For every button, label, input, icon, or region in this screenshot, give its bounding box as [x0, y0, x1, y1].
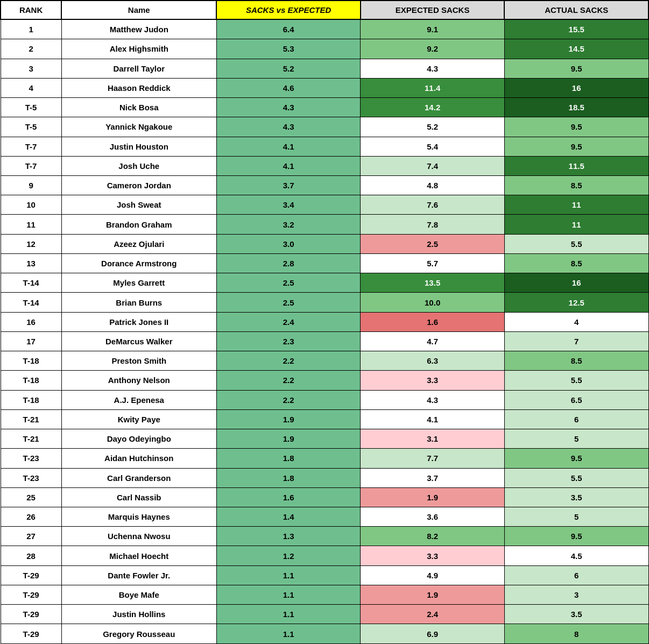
table-row: T-18Preston Smith2.26.38.5: [1, 351, 648, 371]
cell-actual-sacks: 5: [504, 507, 648, 526]
cell-name: Patrick Jones II: [61, 312, 216, 331]
header-name: Name: [61, 1, 216, 19]
cell-name: Justin Houston: [61, 137, 216, 156]
table-row: 13Dorance Armstrong2.85.78.5: [1, 253, 648, 273]
cell-sacks-vs-expected: 1.3: [216, 527, 361, 546]
cell-actual-sacks: 7: [504, 331, 648, 351]
cell-rank: T-29: [1, 585, 61, 604]
cell-expected-sacks: 14.2: [361, 98, 505, 117]
cell-expected-sacks: 3.3: [361, 371, 505, 390]
cell-rank: T-18: [1, 351, 61, 371]
cell-actual-sacks: 9.5: [504, 59, 648, 78]
cell-actual-sacks: 4.5: [504, 546, 648, 565]
cell-name: Darrell Taylor: [61, 59, 216, 78]
cell-actual-sacks: 8: [504, 624, 648, 644]
cell-rank: 16: [1, 312, 61, 331]
cell-name: Dayo Odeyingbo: [61, 429, 216, 449]
cell-name: Gregory Rousseau: [61, 624, 216, 644]
cell-expected-sacks: 7.7: [361, 449, 505, 468]
cell-sacks-vs-expected: 2.2: [216, 390, 361, 409]
cell-expected-sacks: 7.6: [361, 195, 505, 215]
cell-sacks-vs-expected: 4.1: [216, 156, 361, 175]
cell-actual-sacks: 5.5: [504, 371, 648, 390]
cell-actual-sacks: 9.5: [504, 117, 648, 137]
cell-rank: 25: [1, 487, 61, 507]
table-row: 10Josh Sweat3.47.611: [1, 195, 648, 215]
table-row: 11Brandon Graham3.27.811: [1, 215, 648, 234]
cell-name: Azeez Ojulari: [61, 234, 216, 253]
table-row: T-21Dayo Odeyingbo1.93.15: [1, 429, 648, 449]
cell-expected-sacks: 6.9: [361, 624, 505, 644]
cell-rank: 12: [1, 234, 61, 253]
cell-sacks-vs-expected: 2.4: [216, 312, 361, 331]
cell-expected-sacks: 9.1: [361, 19, 505, 39]
cell-rank: T-5: [1, 117, 61, 137]
cell-name: Myles Garrett: [61, 273, 216, 293]
cell-expected-sacks: 3.1: [361, 429, 505, 449]
cell-expected-sacks: 2.4: [361, 605, 505, 624]
cell-name: Uchenna Nwosu: [61, 527, 216, 546]
cell-name: Haason Reddick: [61, 78, 216, 97]
cell-expected-sacks: 5.7: [361, 253, 505, 273]
cell-expected-sacks: 5.4: [361, 137, 505, 156]
table-row: 17DeMarcus Walker2.34.77: [1, 331, 648, 351]
table-row: 4Haason Reddick4.611.416: [1, 78, 648, 97]
cell-name: Dorance Armstrong: [61, 253, 216, 273]
cell-sacks-vs-expected: 1.2: [216, 546, 361, 565]
cell-rank: T-18: [1, 390, 61, 409]
cell-sacks-vs-expected: 1.8: [216, 449, 361, 468]
cell-expected-sacks: 6.3: [361, 351, 505, 371]
cell-sacks-vs-expected: 2.8: [216, 253, 361, 273]
cell-expected-sacks: 1.9: [361, 585, 505, 604]
cell-name: Cameron Jordan: [61, 175, 216, 195]
cell-expected-sacks: 1.9: [361, 487, 505, 507]
cell-actual-sacks: 4: [504, 312, 648, 331]
cell-expected-sacks: 3.7: [361, 468, 505, 487]
cell-rank: T-29: [1, 565, 61, 585]
cell-actual-sacks: 6: [504, 565, 648, 585]
cell-expected-sacks: 3.3: [361, 546, 505, 565]
cell-expected-sacks: 4.3: [361, 390, 505, 409]
cell-actual-sacks: 8.5: [504, 175, 648, 195]
cell-actual-sacks: 6.5: [504, 390, 648, 409]
cell-name: Anthony Nelson: [61, 371, 216, 390]
cell-rank: T-23: [1, 468, 61, 487]
table-row: 12Azeez Ojulari3.02.55.5: [1, 234, 648, 253]
cell-rank: T-21: [1, 429, 61, 449]
header-actual-sacks: ACTUAL SACKS: [504, 1, 648, 19]
cell-actual-sacks: 11: [504, 215, 648, 234]
cell-expected-sacks: 2.5: [361, 234, 505, 253]
table-row: T-7Justin Houston4.15.49.5: [1, 137, 648, 156]
cell-actual-sacks: 3.5: [504, 487, 648, 507]
cell-name: Aidan Hutchinson: [61, 449, 216, 468]
cell-expected-sacks: 13.5: [361, 273, 505, 293]
table-row: T-29Boye Mafe1.11.93: [1, 585, 648, 604]
cell-rank: 4: [1, 78, 61, 97]
cell-actual-sacks: 9.5: [504, 449, 648, 468]
cell-name: Matthew Judon: [61, 19, 216, 39]
cell-sacks-vs-expected: 2.2: [216, 351, 361, 371]
cell-sacks-vs-expected: 3.7: [216, 175, 361, 195]
cell-sacks-vs-expected: 1.6: [216, 487, 361, 507]
cell-rank: T-14: [1, 293, 61, 312]
cell-actual-sacks: 12.5: [504, 293, 648, 312]
table-row: T-5Nick Bosa4.314.218.5: [1, 98, 648, 117]
cell-sacks-vs-expected: 1.9: [216, 429, 361, 449]
cell-sacks-vs-expected: 2.2: [216, 371, 361, 390]
table-row: T-23Carl Granderson1.83.75.5: [1, 468, 648, 487]
cell-expected-sacks: 4.8: [361, 175, 505, 195]
table-row: 16Patrick Jones II2.41.64: [1, 312, 648, 331]
cell-actual-sacks: 15.5: [504, 19, 648, 39]
cell-actual-sacks: 14.5: [504, 39, 648, 59]
header-rank: RANK: [1, 1, 61, 19]
table-row: T-23Aidan Hutchinson1.87.79.5: [1, 449, 648, 468]
cell-sacks-vs-expected: 5.3: [216, 39, 361, 59]
table-row: 25Carl Nassib1.61.93.5: [1, 487, 648, 507]
cell-name: Marquis Haynes: [61, 507, 216, 526]
table-row: T-29Justin Hollins1.12.43.5: [1, 605, 648, 624]
cell-expected-sacks: 4.9: [361, 565, 505, 585]
cell-sacks-vs-expected: 2.5: [216, 273, 361, 293]
cell-expected-sacks: 11.4: [361, 78, 505, 97]
cell-name: Kwity Paye: [61, 409, 216, 429]
cell-name: Alex Highsmith: [61, 39, 216, 59]
